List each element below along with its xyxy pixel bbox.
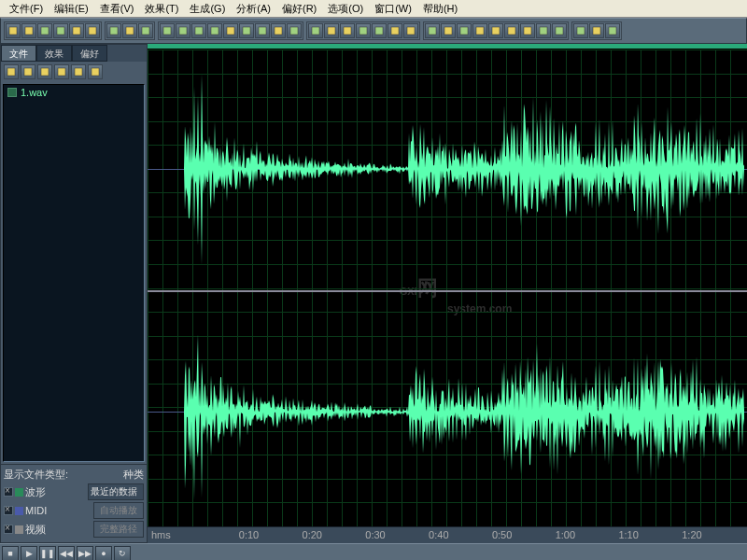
play-icon[interactable] [472,23,487,38]
sq2-icon[interactable] [372,23,387,38]
sidebar-tab-2[interactable]: 偏好 [72,45,107,62]
transport-rec-icon[interactable]: ● [95,546,112,561]
paste-icon[interactable] [191,23,206,38]
auto-play-button[interactable]: 自动播放 [93,502,144,519]
file-list[interactable]: 1.wav [3,84,145,462]
checkbox-video[interactable] [4,525,13,534]
redo-icon[interactable] [122,23,137,38]
sidebar: 文件效果偏好 1.wav 显示文件类型: 种类 波形 最近的数据 MIDI [0,44,148,543]
type-midi: MIDI [25,505,47,516]
copy-icon[interactable] [160,23,175,38]
undo-icon[interactable] [106,23,121,38]
transport-next-icon[interactable]: ▶▶ [77,546,93,561]
sidebar-tab-0[interactable]: 文件 [1,45,36,62]
menu-分析A[interactable]: 分析(A) [231,0,276,18]
svg-rect-4 [73,27,80,35]
svg-rect-23 [391,27,399,35]
mix-icon[interactable] [223,23,238,38]
waveform-editor[interactable]: GXI网 system.com hms 0:100:200:300:400:50… [148,44,747,543]
transport-play-icon[interactable]: ▶ [21,546,37,561]
svg-rect-16 [275,27,282,35]
svg-rect-29 [492,27,500,35]
svg-rect-12 [211,27,218,35]
menu-效果T[interactable]: 效果(T) [139,0,184,18]
menu-帮助H[interactable]: 帮助(H) [417,0,463,18]
checkbox-midi[interactable] [4,506,13,515]
help-icon[interactable] [589,23,604,38]
grid-icon[interactable] [520,23,535,38]
svg-rect-18 [312,27,319,35]
mix2-icon[interactable] [239,23,254,38]
ruler-tick: 0:20 [303,529,322,540]
dash-icon[interactable] [504,23,519,38]
svg-rect-40 [58,68,65,76]
save-icon[interactable] [69,23,84,38]
category-dropdown[interactable]: 最近的数据 [88,483,144,500]
sq1-icon[interactable] [356,23,371,38]
ruler-tick: 1:10 [618,529,638,540]
sq4-icon[interactable] [403,23,418,38]
step-icon[interactable] [138,23,153,38]
doc-icon[interactable] [53,23,68,38]
link-icon[interactable] [573,23,588,38]
svg-rect-36 [609,27,616,35]
svg-rect-20 [344,27,351,35]
svg-rect-10 [179,27,187,35]
folder-open-icon[interactable] [37,23,52,38]
star-icon[interactable] [552,23,567,38]
menu-文件F[interactable]: 文件(F) [4,0,49,18]
win3-icon[interactable] [457,23,472,38]
sort-icon[interactable] [21,64,35,79]
menu-编辑E[interactable]: 编辑(E) [49,0,94,18]
delete-icon[interactable] [207,23,222,38]
midi-cat-icon [15,507,23,515]
svg-rect-11 [195,27,203,35]
sort2-icon[interactable] [37,64,52,79]
transport-prev-icon[interactable]: ◀◀ [58,546,75,561]
file-item[interactable]: 1.wav [4,85,144,100]
sidebar-filter-panel: 显示文件类型: 种类 波形 最近的数据 MIDI 自动播放 视频 完整路径 [1,464,147,542]
sq3-icon[interactable] [388,23,402,38]
cfg-icon[interactable] [488,23,503,38]
cut-icon[interactable] [176,23,190,38]
crop-icon[interactable] [255,23,270,38]
open-icon[interactable] [4,64,19,79]
refresh-icon[interactable] [54,64,69,79]
svg-rect-17 [290,27,298,35]
menu-窗口W[interactable]: 窗口(W) [369,0,417,18]
svg-rect-2 [41,27,49,35]
menu-查看V[interactable]: 查看(V) [94,0,140,18]
svg-rect-15 [259,27,266,35]
menu-生成G[interactable]: 生成(G) [184,0,231,18]
folder-icon[interactable] [21,23,36,38]
svg-rect-42 [92,68,99,76]
q-icon[interactable] [605,23,620,38]
sidebar-tab-1[interactable]: 效果 [36,45,72,62]
waveform-canvas[interactable]: GXI网 system.com [148,49,747,526]
transport-stop-icon[interactable]: ■ [2,546,19,561]
win1-icon[interactable] [425,23,440,38]
help-icon[interactable] [88,64,103,79]
menu-选项O[interactable]: 选项(O) [322,0,369,18]
transport-pause-icon[interactable]: ❚❚ [39,546,56,561]
win2-icon[interactable] [441,23,456,38]
trim-icon[interactable] [271,23,286,38]
stack-icon[interactable] [6,23,21,38]
time-ruler[interactable]: hms 0:100:200:300:400:501:001:101:20 [148,526,747,543]
ruler-tick: 0:30 [365,529,385,540]
vbar2-icon[interactable] [324,23,339,38]
svg-rect-35 [593,27,600,35]
rec-icon[interactable] [536,23,551,38]
transport-loop-icon[interactable]: ↻ [114,546,131,561]
marker-icon[interactable] [287,23,302,38]
toolbar-group-2 [158,21,303,40]
grid-icon[interactable] [71,64,86,79]
full-path-button[interactable]: 完整路径 [93,521,144,538]
vbar-icon[interactable] [308,23,323,38]
flag-icon[interactable] [340,23,355,38]
svg-rect-6 [110,27,118,35]
menu-偏好R[interactable]: 偏好(R) [276,0,322,18]
save-all-icon[interactable] [85,23,100,38]
checkbox-waveform[interactable] [4,487,13,497]
main-toolbar [0,18,747,44]
